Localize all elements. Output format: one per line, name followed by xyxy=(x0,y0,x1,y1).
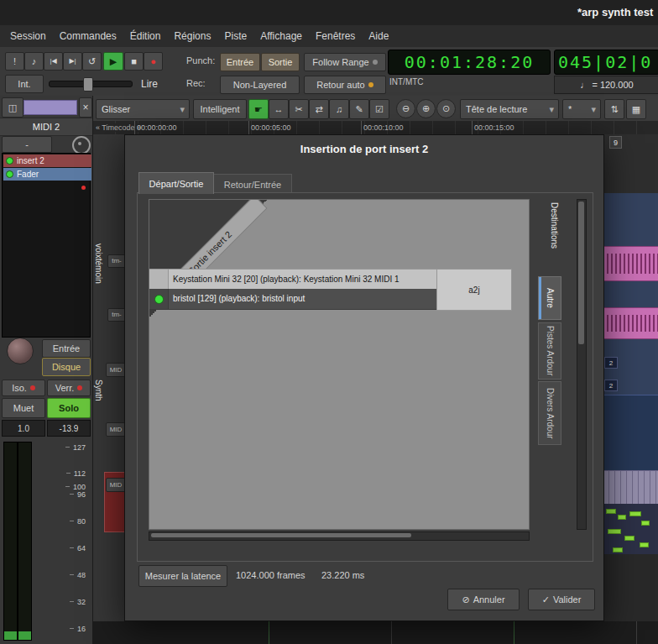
track-name-synth[interactable]: Synth xyxy=(94,380,103,430)
scrollbar-thumb[interactable] xyxy=(578,202,584,344)
connection-cell[interactable] xyxy=(149,289,169,309)
zoom-in-button[interactable]: ⊕ xyxy=(416,99,436,118)
track-tm-button[interactable]: tm- xyxy=(107,308,126,322)
edit-mode-select[interactable]: Glisser ▾ xyxy=(96,99,190,119)
stop-button[interactable]: ■ xyxy=(124,52,144,71)
zoom-focus-select[interactable]: Tête de lecture ▾ xyxy=(460,99,559,119)
primary-clock[interactable]: 00:01:28:20 xyxy=(388,50,551,75)
midi-note[interactable] xyxy=(606,509,616,514)
loop-button[interactable]: ↺ xyxy=(82,52,102,71)
processor-box[interactable]: insert 2 Fader xyxy=(2,153,91,338)
menu-fenetres[interactable]: Fenêtres xyxy=(309,30,362,42)
timecode-ruler[interactable]: « Timecode » 00:00:00:00 00:00:05:00 00:… xyxy=(92,121,658,135)
punch-in-button[interactable]: Entrée xyxy=(220,53,260,71)
input-button[interactable]: Entrée xyxy=(42,339,91,358)
gain-display[interactable]: 1.0 xyxy=(2,420,45,437)
track-midi-button[interactable]: MID xyxy=(106,478,126,492)
audio-region[interactable] xyxy=(603,307,658,339)
smart-mode-button[interactable]: Intelligent xyxy=(193,99,247,119)
cancel-button[interactable]: ⊘ Annuler xyxy=(447,589,520,610)
dialog-titlebar[interactable]: Insertion de port insert 2 xyxy=(125,135,603,162)
play-button[interactable]: ▶ xyxy=(103,52,123,71)
menu-piste[interactable]: Piste xyxy=(217,30,253,42)
peak-display[interactable]: -13.9 xyxy=(47,420,91,437)
track-midi-button[interactable]: MID xyxy=(106,422,126,437)
track-tm-button[interactable]: tm- xyxy=(107,254,126,268)
nudge-button[interactable]: ⇅ xyxy=(604,99,624,119)
midi-note[interactable] xyxy=(624,536,634,541)
edit-canvas-right[interactable]: 9 2 2 xyxy=(603,134,658,621)
track-name-row[interactable]: MIDI 2 xyxy=(0,118,92,136)
zoom-fit-button[interactable]: ⊙ xyxy=(436,99,456,118)
midi-note[interactable] xyxy=(618,515,626,520)
tempo-display[interactable]: ♩ = 120.000 xyxy=(554,76,658,94)
track-midi-button[interactable]: MID xyxy=(106,363,126,377)
grid-button[interactable]: ▦ xyxy=(626,99,646,119)
port-matrix[interactable]: Sortie insert 2 Keystation Mini 32 [20] … xyxy=(149,199,530,530)
range-tool-button[interactable]: ↔ xyxy=(269,99,289,119)
processor-led-icon[interactable] xyxy=(6,157,13,165)
grab-tool-button[interactable]: ☛ xyxy=(248,99,269,119)
menu-commandes[interactable]: Commandes xyxy=(53,30,123,42)
solo-button[interactable]: Solo xyxy=(47,398,91,418)
track-name-voixtemoin[interactable]: voixtémoin xyxy=(94,243,103,327)
midi-note[interactable] xyxy=(641,521,650,526)
port-group-cell[interactable]: a2j xyxy=(436,269,512,311)
close-button[interactable]: × xyxy=(79,97,92,118)
solo-isolate-button[interactable]: Iso. xyxy=(2,380,45,396)
menu-regions[interactable]: Régions xyxy=(167,30,217,42)
auto-return-button[interactable]: Retour auto xyxy=(304,76,386,94)
sync-int-button[interactable]: Int. xyxy=(5,75,44,93)
zoom-out-button[interactable]: ⊖ xyxy=(396,99,415,118)
audio-region[interactable] xyxy=(603,246,658,281)
audition-tool-button[interactable]: ♫ xyxy=(329,99,349,119)
midi-panic-button[interactable]: ! xyxy=(5,52,24,71)
location-marker[interactable]: 9 xyxy=(609,136,622,149)
go-start-button[interactable]: |◀ xyxy=(44,52,63,71)
side-tab-pistes-ardour[interactable]: Pistes Ardour xyxy=(538,322,561,380)
connection-cell[interactable] xyxy=(149,270,169,290)
track-color-swatch[interactable] xyxy=(24,100,77,115)
shrink-button[interactable]: - xyxy=(2,136,52,153)
editor-mixer-toggle[interactable]: ◫ xyxy=(2,97,24,118)
follow-range-button[interactable]: Follow Range xyxy=(304,53,386,71)
shuttle-thumb[interactable] xyxy=(83,77,93,92)
vertical-scrollbar[interactable] xyxy=(577,199,587,530)
disk-button[interactable]: Disque xyxy=(42,358,91,376)
edit-canvas-bottom[interactable] xyxy=(92,621,658,644)
draw-tool-button[interactable]: ✎ xyxy=(349,99,369,119)
processor-fader[interactable]: Fader xyxy=(3,168,91,181)
record-button[interactable]: ● xyxy=(144,52,163,71)
snap-mode-select[interactable]: * ▾ xyxy=(562,99,601,119)
tab-send-output[interactable]: Départ/Sortie xyxy=(138,172,214,194)
menu-affichage[interactable]: Affichage xyxy=(253,30,309,42)
processor-insert[interactable]: insert 2 xyxy=(3,154,91,167)
midi-note[interactable] xyxy=(613,547,623,552)
edit-tool-button[interactable]: ☑ xyxy=(369,99,389,119)
timer-clock-icon[interactable] xyxy=(72,136,91,154)
region-badge[interactable]: 2 xyxy=(604,357,618,369)
region-badge[interactable]: 2 xyxy=(604,380,618,391)
punch-out-button[interactable]: Sortie xyxy=(261,53,300,71)
scrollbar-thumb[interactable] xyxy=(151,533,411,537)
stretch-tool-button[interactable]: ⇄ xyxy=(309,99,329,119)
midi-note[interactable] xyxy=(608,529,621,534)
menu-session[interactable]: Session xyxy=(3,30,53,42)
trim-knob[interactable] xyxy=(7,338,34,364)
side-tab-divers-ardour[interactable]: Divers Ardour xyxy=(538,381,561,445)
mute-button[interactable]: Muet xyxy=(2,398,45,418)
ok-button[interactable]: ✓ Valider xyxy=(528,589,595,610)
midi-note[interactable] xyxy=(629,511,641,516)
menu-aide[interactable]: Aide xyxy=(362,30,395,42)
go-end-button[interactable]: ▶| xyxy=(63,52,82,71)
non-layered-button[interactable]: Non-Layered xyxy=(220,76,300,94)
shuttle-slider[interactable] xyxy=(49,81,133,87)
menu-edition[interactable]: Édition xyxy=(123,30,168,42)
horizontal-scrollbar[interactable] xyxy=(149,531,530,541)
midi-region-navy[interactable] xyxy=(603,395,658,472)
cut-tool-button[interactable]: ✂ xyxy=(289,99,309,119)
midi-region-lavender[interactable] xyxy=(603,470,658,505)
midi-notes-region[interactable] xyxy=(603,504,658,554)
matrix-row[interactable]: bristol [129] (playback): bristol input xyxy=(149,289,436,310)
secondary-clock[interactable]: 045|02|0 xyxy=(554,50,658,75)
